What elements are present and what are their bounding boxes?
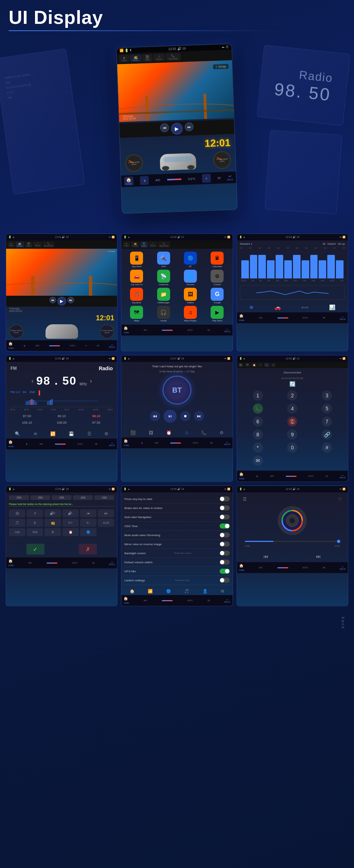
dial-msg[interactable]: ✉ bbox=[253, 456, 263, 466]
app-appstore[interactable]: 📱 App Store bbox=[124, 252, 149, 268]
media-header-icons[interactable]: ☰ ♡ bbox=[240, 495, 345, 503]
settings-bt-icon[interactable]: 🔵 bbox=[166, 589, 171, 594]
toggle-volume[interactable] bbox=[220, 560, 230, 565]
media-prev-icon[interactable]: ⏮ bbox=[263, 553, 268, 559]
ps1-chevron[interactable]: ∨ bbox=[23, 344, 26, 347]
steer-settings[interactable]: ⚙ bbox=[44, 528, 61, 536]
app-files[interactable]: 📁 FileManager bbox=[151, 288, 176, 304]
bt-func-icons[interactable]: ⬛ 🖼 ⏰ ♫ 📞 ⚙ bbox=[121, 428, 232, 437]
ps2-back[interactable]: ↩BACK bbox=[224, 328, 230, 333]
radio-next-btn[interactable]: › bbox=[90, 378, 92, 384]
ps6-nav-music[interactable]: ♫ bbox=[258, 363, 263, 367]
eq-arrows-icon[interactable]: ⟺ bbox=[301, 304, 308, 310]
ps3-home[interactable]: 🏠HOME bbox=[239, 314, 245, 322]
ps2-nav[interactable]: ▲Navi 📻Radio ⬛Apps ♫Music 📞Bluetooth bbox=[121, 240, 232, 249]
bt-next-btn[interactable]: ⏭ bbox=[194, 411, 204, 421]
nav-bluetooth[interactable]: 📞Bluetooth bbox=[165, 53, 181, 61]
radio-search-icon[interactable]: 🔍 bbox=[15, 431, 20, 436]
ps2-nav-radio[interactable]: 📻Radio bbox=[131, 241, 139, 248]
nav-radio[interactable]: 📻Radio bbox=[130, 54, 141, 62]
next-btn[interactable]: ⏭ bbox=[185, 122, 194, 131]
dial-1[interactable]: 1 bbox=[253, 390, 263, 401]
steering-confirm-btn[interactable]: ✓ bbox=[26, 544, 44, 555]
dial-2[interactable]: 2 bbox=[287, 390, 297, 401]
ps5-home[interactable]: 🏠HOME bbox=[124, 439, 129, 447]
app-gallery[interactable]: 🖼 Gallery bbox=[178, 288, 203, 304]
nav-apps[interactable]: ⬛Apps bbox=[142, 54, 153, 62]
eq-car-icon[interactable]: 🚗 bbox=[275, 304, 281, 310]
app-google[interactable]: G Google bbox=[205, 288, 229, 304]
ps6-home[interactable]: 🏠HOME bbox=[239, 472, 245, 480]
ps4-back[interactable]: ↩BACK bbox=[109, 442, 115, 446]
dial-6[interactable]: 6 bbox=[253, 416, 263, 427]
ps2-home[interactable]: 🏠HOME bbox=[124, 326, 129, 334]
radio-save-icon[interactable]: 💾 bbox=[69, 431, 74, 436]
settings-wifi-icon[interactable]: 📶 bbox=[148, 589, 153, 594]
ps1-play[interactable]: ▶ bbox=[57, 297, 66, 305]
toggle-mute[interactable] bbox=[220, 533, 230, 538]
app-bt[interactable]: 🔵 BT bbox=[178, 252, 203, 268]
toggle-osd[interactable] bbox=[220, 523, 230, 529]
ps2-bottom[interactable]: 🏠HOME A/C 0.0°C 10 ↩BACK bbox=[121, 325, 232, 335]
ps1-nav-music[interactable]: ♫Music bbox=[33, 241, 42, 248]
eq-wave-icon[interactable]: ≋ bbox=[249, 304, 254, 310]
ps3-bottom[interactable]: 🏠HOME A/C 0.0°C 18 ↩BACK bbox=[237, 312, 348, 323]
settings-person-icon[interactable]: 👤 bbox=[203, 589, 208, 594]
bt-grid-icon[interactable]: ⬛ bbox=[130, 430, 136, 435]
settings-gear-icon[interactable]: ⚙ bbox=[221, 589, 224, 594]
dial-3[interactable]: 3 bbox=[322, 390, 332, 401]
bt-stop-btn[interactable]: ■ bbox=[180, 411, 190, 421]
ps9-back[interactable]: ↩BACK bbox=[340, 565, 346, 570]
ps1-nav-apps[interactable]: ⬛Apps bbox=[25, 241, 33, 248]
play-controls[interactable]: ⏮ ▶ ⏭ bbox=[119, 119, 234, 138]
ps2-nav-apps[interactable]: ⬛Apps bbox=[140, 241, 148, 248]
bt-controls[interactable]: ⏮ ⏯ ■ ⏭ bbox=[150, 410, 204, 423]
ps6-nav-settings[interactable]: ⚙ bbox=[271, 363, 276, 367]
ps4-home[interactable]: 🏠HOME bbox=[8, 440, 14, 448]
ps4-chevron[interactable]: ∨ bbox=[26, 442, 28, 446]
toggle-lantern[interactable] bbox=[220, 578, 230, 583]
ps6-nav-clock[interactable]: ⏰ bbox=[251, 363, 257, 367]
freq-6[interactable]: 87.50 bbox=[80, 420, 113, 425]
ps6-nav-img[interactable]: 🖼 bbox=[245, 363, 250, 367]
settings-home-icon[interactable]: 🏠 bbox=[130, 589, 135, 594]
prev-btn[interactable]: ⏮ bbox=[160, 123, 169, 132]
ps1-nav-navi[interactable]: ▲Navi bbox=[8, 241, 15, 248]
nav-music[interactable]: ♫Music bbox=[154, 54, 165, 61]
app-playstore[interactable]: ▶ Play Store bbox=[205, 306, 229, 322]
steer-fm[interactable]: FM bbox=[27, 528, 43, 536]
steer-prev[interactable]: ⏮ bbox=[80, 509, 96, 517]
media-heart-icon[interactable]: ♡ bbox=[338, 497, 342, 502]
ps3-back[interactable]: ↩BACK bbox=[340, 316, 346, 320]
bt-clock-icon[interactable]: ⏰ bbox=[166, 430, 172, 435]
app-grid[interactable]: 📱 App Store 🔌 AUX 🔵 BT 🖩 Calculator 🚗 bbox=[121, 249, 232, 325]
dial-hash[interactable]: # bbox=[322, 442, 332, 453]
app-carlink[interactable]: 🚗 Car Link 2.0 bbox=[124, 270, 149, 286]
dial-call[interactable]: 📞 bbox=[253, 403, 263, 414]
ps1-home-icon[interactable]: 🏠HOME bbox=[8, 342, 14, 350]
radio-list-icon[interactable]: ☰ bbox=[87, 431, 91, 436]
ps8-bottom[interactable]: 🏠HOME A/C 0.0°C 18 ↩BACK bbox=[121, 595, 232, 606]
back-btn-screen[interactable]: ↩ BACK bbox=[227, 174, 233, 181]
app-mocify[interactable]: 🎧 mocify bbox=[151, 306, 176, 322]
ps5-bottom[interactable]: 🏠HOME ∨ A/C 0.0°C 18 ↩BACK bbox=[121, 437, 232, 448]
radio-settings-icon[interactable]: ⚙ bbox=[104, 431, 108, 436]
steer-kup[interactable]: K+ bbox=[62, 519, 79, 527]
dial-5[interactable]: 5 bbox=[322, 403, 332, 414]
settings-audio-icon[interactable]: 🎵 bbox=[184, 589, 189, 594]
freq-2[interactable]: 90.10 bbox=[45, 414, 78, 419]
steer-kdown[interactable]: K- bbox=[80, 519, 96, 527]
ps1-nav-bt[interactable]: 📞Bluetooth bbox=[43, 241, 55, 248]
steer-radio[interactable]: 📻 bbox=[44, 519, 61, 527]
media-next-icon[interactable]: ⏭ bbox=[316, 553, 321, 559]
steer-next[interactable]: ⏭ bbox=[98, 509, 114, 517]
ps7-home[interactable]: 🏠HOME bbox=[8, 559, 14, 567]
steering-cancel-btn[interactable]: ✗ bbox=[79, 544, 97, 555]
ps7-back[interactable]: ↩BACK bbox=[109, 561, 115, 565]
app-maps[interactable]: 🗺 Maps bbox=[124, 306, 149, 322]
steer-music[interactable]: 🎵 bbox=[9, 519, 25, 527]
ps8-home[interactable]: 🏠HOME bbox=[124, 597, 129, 604]
steer-bt[interactable]: 🔵 bbox=[80, 528, 96, 536]
bt-play-btn[interactable]: ⏯ bbox=[164, 410, 177, 423]
ps1-plus[interactable]: + bbox=[85, 344, 87, 347]
